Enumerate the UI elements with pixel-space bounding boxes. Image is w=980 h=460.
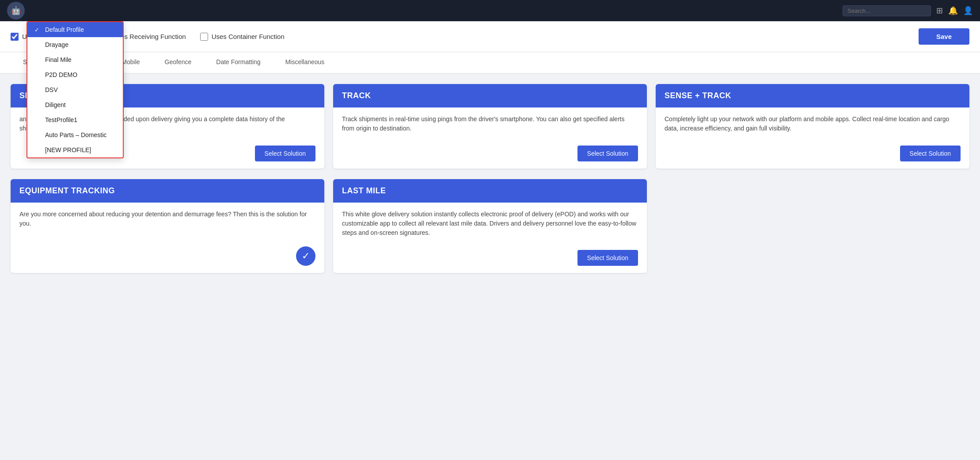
card-track: TRACK Track shipments in real-time using… — [333, 84, 647, 169]
profile-dropdown: ✓Default ProfileDrayageFinal MileP2D DEM… — [27, 21, 124, 158]
card-equipment-footer: ✓ — [11, 241, 324, 273]
dropdown-item-diligent[interactable]: Diligent — [27, 97, 123, 112]
card-equipment-check-icon: ✓ — [296, 246, 315, 266]
dropdown-item-label: Final Mile — [45, 56, 72, 63]
logo-emoji: 🤖 — [11, 6, 21, 15]
top-bar-right: ⊞ 🔔 👤 — [843, 5, 973, 16]
nav-icon-2[interactable]: 🔔 — [948, 6, 958, 15]
top-bar-left: 🤖 — [7, 2, 25, 19]
profile-dropdown-wrapper: ✓Default ProfileDrayageFinal MileP2D DEM… — [27, 21, 124, 158]
dropdown-item-final_mile[interactable]: Final Mile — [27, 52, 123, 67]
dropdown-item-label: Auto Parts – Domestic — [45, 131, 106, 138]
card-last-mile-select-btn[interactable]: Select Solution — [577, 250, 638, 266]
container-label: Uses Container Function — [212, 33, 285, 40]
row2-empty-col — [656, 179, 969, 273]
card-sense-track-body: Completely light up your network with ou… — [656, 107, 969, 140]
deliver-checkbox-input[interactable] — [11, 33, 19, 41]
uses-container-checkbox[interactable]: Uses Container Function — [200, 33, 285, 41]
dropdown-item-default[interactable]: ✓Default Profile — [27, 22, 123, 37]
dropdown-item-label: Default Profile — [45, 26, 84, 33]
card-sense-track-footer: Select Solution — [656, 140, 969, 169]
card-last-mile-body: This white glove delivery solution insta… — [333, 203, 647, 245]
card-last-mile-header: LAST MILE — [333, 179, 647, 203]
dropdown-item-label: P2D DEMO — [45, 71, 77, 78]
dropdown-item-label: TestProfile1 — [45, 116, 77, 123]
dropdown-item-dsv[interactable]: DSV — [27, 82, 123, 97]
card-track-select-btn[interactable]: Select Solution — [577, 146, 638, 161]
search-input[interactable] — [843, 5, 931, 16]
card-track-header: TRACK — [333, 84, 647, 107]
dropdown-item-label: [NEW PROFILE] — [45, 146, 91, 153]
card-last-mile: LAST MILE This white glove delivery solu… — [333, 179, 647, 273]
functions-bar: Uses Deliver Function Uses Receiving Fun… — [0, 21, 980, 52]
dropdown-item-drayage[interactable]: Drayage — [27, 37, 123, 52]
tab-miscellaneous[interactable]: Miscellaneous — [273, 52, 337, 73]
dropdown-item-test_profile1[interactable]: TestProfile1 — [27, 112, 123, 127]
dropdown-check: ✓ — [34, 27, 42, 33]
nav-icon-1[interactable]: ⊞ — [936, 6, 943, 15]
dropdown-item-auto_parts[interactable]: Auto Parts – Domestic — [27, 127, 123, 142]
dropdown-item-label: Drayage — [45, 41, 68, 48]
card-last-mile-footer: Select Solution — [333, 245, 647, 273]
card-track-body: Track shipments in real-time using pings… — [333, 107, 647, 140]
dropdown-item-label: Diligent — [45, 101, 66, 108]
card-equipment-header: EQUIPMENT TRACKING — [11, 179, 324, 203]
container-checkbox-input[interactable] — [200, 33, 208, 41]
card-sense-track: SENSE + TRACK Completely light up your n… — [656, 84, 969, 169]
tab-geofence[interactable]: Geofence — [152, 52, 204, 73]
card-sense-track-select-btn[interactable]: Select Solution — [900, 146, 961, 161]
cards-row1: SENSE and any alerts are automatically u… — [0, 73, 980, 179]
nav-tabs: SolutionContainerMobileGeofenceDate Form… — [0, 52, 980, 73]
dropdown-item-new_profile[interactable]: [NEW PROFILE] — [27, 142, 123, 157]
cards-row2: EQUIPMENT TRACKING Are you more concerne… — [0, 179, 980, 284]
save-button[interactable]: Save — [919, 28, 969, 45]
nav-icon-3[interactable]: 👤 — [963, 6, 973, 15]
card-equipment-body: Are you more concerned about reducing yo… — [11, 203, 324, 241]
card-equipment: EQUIPMENT TRACKING Are you more concerne… — [11, 179, 324, 273]
tab-date_formatting[interactable]: Date Formatting — [204, 52, 273, 73]
card-track-footer: Select Solution — [333, 140, 647, 169]
dropdown-item-p2d_demo[interactable]: P2D DEMO — [27, 67, 123, 82]
card-sense-track-header: SENSE + TRACK — [656, 84, 969, 107]
card-sense-select-btn[interactable]: Select Solution — [255, 146, 315, 161]
dropdown-item-label: DSV — [45, 86, 58, 93]
top-bar: 🤖 ⊞ 🔔 👤 — [0, 0, 980, 21]
logo: 🤖 — [7, 2, 25, 19]
